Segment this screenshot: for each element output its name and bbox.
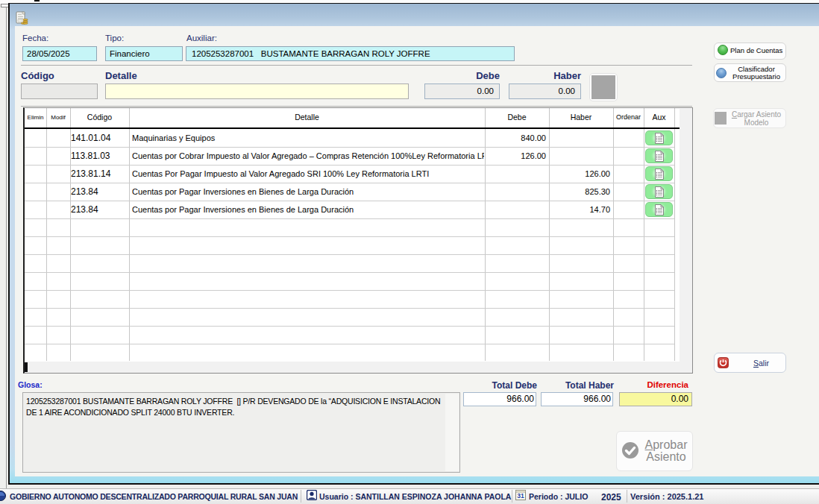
svg-text:31: 31 bbox=[517, 492, 524, 500]
